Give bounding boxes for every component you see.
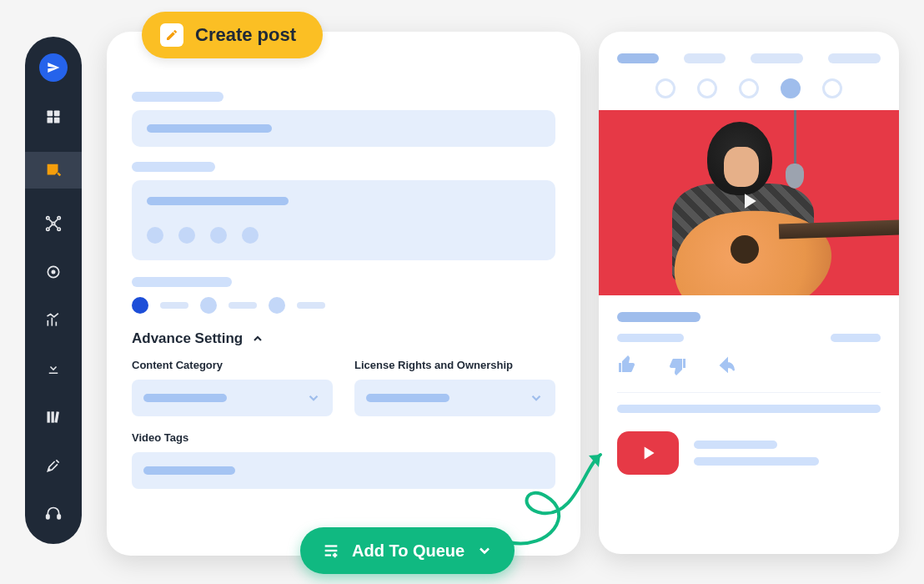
svg-rect-0 bbox=[48, 111, 53, 117]
preview-tab[interactable] bbox=[617, 53, 659, 63]
preview-panel bbox=[599, 32, 899, 554]
add-to-queue-label: Add To Queue bbox=[352, 541, 465, 561]
svg-rect-3 bbox=[54, 118, 60, 123]
step-dot[interactable] bbox=[132, 297, 148, 314]
download-icon[interactable] bbox=[40, 355, 67, 382]
svg-line-11 bbox=[49, 225, 52, 228]
compose-icon[interactable] bbox=[25, 152, 82, 189]
field-label-placeholder bbox=[132, 162, 215, 172]
queue-icon bbox=[322, 541, 340, 560]
svg-point-4 bbox=[52, 222, 54, 224]
share-icon[interactable] bbox=[717, 355, 737, 379]
license-label: License Rights and Ownership bbox=[354, 359, 555, 371]
line-placeholder bbox=[694, 457, 819, 466]
support-icon[interactable] bbox=[40, 501, 67, 527]
svg-rect-1 bbox=[54, 111, 60, 117]
content-category-select[interactable] bbox=[132, 380, 333, 416]
preview-actions bbox=[617, 355, 881, 379]
chevron-down-icon bbox=[529, 390, 544, 405]
platform-stepper bbox=[132, 297, 555, 314]
attachment-dot[interactable] bbox=[147, 227, 163, 244]
youtube-row bbox=[617, 431, 881, 475]
svg-rect-18 bbox=[48, 411, 50, 422]
svg-point-8 bbox=[58, 228, 60, 230]
svg-rect-2 bbox=[48, 118, 53, 123]
step-line bbox=[160, 302, 188, 309]
step-dot[interactable] bbox=[200, 297, 217, 314]
library-icon[interactable] bbox=[40, 404, 67, 430]
content-category-label: Content Category bbox=[132, 359, 333, 371]
create-post-label: Create post bbox=[195, 24, 296, 46]
svg-line-10 bbox=[55, 219, 58, 222]
svg-rect-19 bbox=[52, 411, 54, 422]
sidebar bbox=[25, 37, 82, 544]
target-icon[interactable] bbox=[40, 259, 67, 285]
pencil-icon bbox=[160, 23, 183, 47]
line-placeholder bbox=[694, 441, 777, 449]
account-circle[interactable] bbox=[739, 78, 759, 98]
account-circle[interactable] bbox=[655, 78, 675, 98]
analytics-icon[interactable] bbox=[40, 307, 67, 334]
thumbs-up-icon[interactable] bbox=[617, 355, 637, 379]
logo-icon[interactable] bbox=[39, 53, 68, 82]
tools-icon[interactable] bbox=[40, 452, 67, 479]
title-placeholder bbox=[617, 312, 701, 322]
svg-point-5 bbox=[47, 217, 49, 219]
svg-rect-22 bbox=[47, 515, 49, 519]
svg-line-9 bbox=[49, 219, 52, 222]
field-label-placeholder bbox=[132, 92, 223, 102]
account-selector[interactable] bbox=[132, 110, 555, 147]
attachment-dot[interactable] bbox=[178, 227, 195, 244]
create-post-button[interactable]: Create post bbox=[142, 12, 323, 58]
network-icon[interactable] bbox=[40, 210, 67, 237]
svg-point-14 bbox=[52, 270, 54, 273]
divider bbox=[617, 392, 881, 393]
advance-setting-label: Advance Setting bbox=[132, 330, 243, 347]
meta-placeholder bbox=[617, 334, 684, 342]
step-line bbox=[228, 302, 257, 309]
video-thumbnail[interactable] bbox=[599, 110, 899, 295]
svg-point-7 bbox=[47, 228, 49, 230]
svg-rect-20 bbox=[54, 411, 59, 423]
account-circle[interactable] bbox=[781, 78, 801, 98]
svg-point-6 bbox=[58, 217, 60, 219]
attachment-dot[interactable] bbox=[210, 227, 227, 244]
caption-textarea[interactable] bbox=[132, 180, 555, 260]
account-circle[interactable] bbox=[822, 78, 842, 98]
preview-tab[interactable] bbox=[684, 53, 726, 63]
chevron-down-icon bbox=[306, 390, 321, 405]
meta-placeholder bbox=[831, 334, 881, 342]
chevron-up-icon bbox=[251, 332, 264, 345]
step-line bbox=[297, 302, 325, 309]
account-circle[interactable] bbox=[697, 78, 717, 98]
license-select[interactable] bbox=[354, 380, 555, 416]
step-dot[interactable] bbox=[269, 297, 285, 314]
line-placeholder bbox=[617, 405, 881, 413]
add-to-queue-button[interactable]: Add To Queue bbox=[300, 527, 515, 574]
attachment-dot[interactable] bbox=[242, 227, 259, 244]
chevron-down-icon bbox=[476, 542, 493, 559]
dashboard-icon[interactable] bbox=[40, 103, 67, 130]
svg-rect-23 bbox=[58, 515, 60, 519]
advance-setting-toggle[interactable]: Advance Setting bbox=[132, 330, 555, 347]
preview-account-circles bbox=[617, 78, 881, 98]
svg-point-21 bbox=[48, 469, 50, 471]
play-icon bbox=[736, 189, 761, 217]
svg-line-12 bbox=[55, 225, 58, 228]
preview-tabs bbox=[617, 53, 881, 63]
preview-tab[interactable] bbox=[828, 53, 881, 63]
thumbs-down-icon[interactable] bbox=[667, 355, 687, 379]
preview-tab[interactable] bbox=[751, 53, 803, 63]
preview-meta bbox=[617, 312, 881, 342]
youtube-icon[interactable] bbox=[617, 431, 679, 475]
customize-label-placeholder bbox=[132, 277, 232, 287]
